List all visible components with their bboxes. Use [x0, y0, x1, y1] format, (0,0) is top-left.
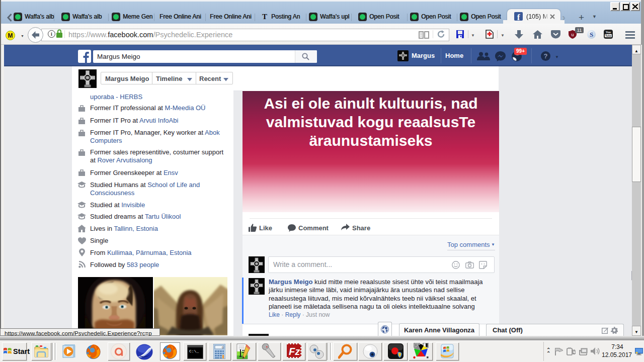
svg-text:u: u: [571, 32, 574, 37]
svg-text:Fz: Fz: [289, 346, 300, 357]
